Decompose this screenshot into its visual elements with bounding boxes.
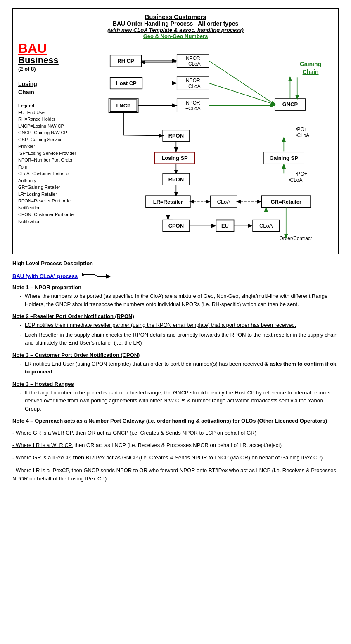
note3a-subtitle: Customer Port Order Notification (CPON)	[35, 352, 140, 358]
svg-text:Host CP: Host CP	[116, 80, 137, 86]
para1-rest: then OR act as GNCP (i.e. Creates & Send…	[74, 430, 256, 436]
svg-line-24	[209, 61, 275, 105]
bau-process-label: BAU (with CLoA) process	[12, 273, 78, 279]
legend-title: Legend	[18, 103, 80, 108]
para1-underline: - Where GR is a WLR CP,	[12, 430, 74, 436]
para2-rest: then OR act as LNCP (i.e. Receives & Pro…	[73, 442, 282, 448]
svg-text:+CLoA: +CLoA	[185, 106, 201, 112]
svg-text:•CLoA: •CLoA	[288, 177, 302, 183]
note4-subtitle: Openreach acts as a Number Port Gateway …	[35, 418, 327, 424]
bau-label: BAU	[18, 42, 80, 55]
diagram-content: BAU Business (2 of 8) LosingChain Legend…	[18, 42, 333, 248]
legend-gsp: GSP=Gaining Service Provider	[18, 136, 80, 150]
legend-cpon: CPON=Customer Port order Notification	[18, 211, 80, 225]
note3a-section: Note 3 – Customer Port Order Notificatio…	[12, 352, 339, 376]
note2-subtitle: Reseller Port Order Notification (RPON)	[33, 313, 134, 319]
svg-text:LR=Retailer: LR=Retailer	[153, 199, 183, 205]
svg-text:CPON: CPON	[168, 223, 184, 229]
svg-text:CLoA: CLoA	[217, 199, 231, 205]
title-bau-order: BAU Order Handling Process - All order t…	[18, 20, 333, 27]
page-label: (2 of 8)	[18, 66, 80, 72]
legend-eu: EU=End User	[18, 109, 80, 116]
note1-bullets: Where the numbers to be ported (as speci…	[20, 292, 339, 308]
note3a-bullet-1: LR notifies End User (using CPON templat…	[20, 360, 339, 376]
bau-process-row: BAU (with CLoA) process	[12, 271, 339, 281]
para4: - Where LR is a IPexCP, then GNCP sends …	[12, 466, 339, 483]
note1-label: Note 1	[12, 284, 29, 290]
note3b-section: Note 3 – Hosted Ranges If the target num…	[12, 381, 339, 413]
note3b-dash: –	[29, 381, 35, 387]
high-level-section: High Level Process Description	[12, 260, 339, 266]
left-panel: BAU Business (2 of 8) LosingChain Legend…	[18, 42, 80, 248]
svg-text:Gaining SP: Gaining SP	[270, 155, 298, 161]
legend-lr: LR=Losing Retailer	[18, 191, 80, 198]
high-level-title: High Level Process Description	[12, 260, 339, 266]
note3a-label: Note 3	[12, 352, 29, 358]
svg-text:GNCP: GNCP	[282, 101, 298, 107]
legend-gncp: GNCP=Gaining N/W CP	[18, 129, 80, 136]
para3: - Where GR is a IPexCP, then BT/IPex act…	[12, 454, 339, 462]
note4-label: Note 4	[12, 418, 29, 424]
svg-text:Chain: Chain	[303, 69, 319, 75]
svg-text:•PO+: •PO+	[295, 126, 307, 132]
legend-rh: RH=Range Holder	[18, 116, 80, 123]
note3b-title: Note 3 – Hosted Ranges	[12, 381, 339, 387]
title-geo-non-geo: Geo & Non-Geo Numbers	[18, 33, 333, 39]
note1-subtitle: NPOR preparation	[35, 284, 81, 290]
note1-title: Note 1 – NPOR preparation	[12, 284, 339, 290]
svg-text:NPOR: NPOR	[186, 55, 200, 61]
para3-underline: - Where GR is a IPexCP,	[12, 454, 71, 461]
svg-text:RH CP: RH CP	[117, 58, 134, 64]
svg-text:EU: EU	[221, 223, 229, 229]
title-cloa-template: (with new CLoA Template & assoc. handlin…	[18, 27, 333, 33]
note3b-bullets: If the target number to be ported is par…	[20, 389, 339, 413]
note4-dash: –	[29, 418, 35, 424]
note2-bullets: LCP notifies their immediate reseller pa…	[20, 321, 339, 347]
note1-section: Note 1 – NPOR preparation Where the numb…	[12, 284, 339, 308]
svg-text:•CLoA: •CLoA	[295, 133, 309, 138]
svg-text:Order/Contract: Order/Contract	[280, 235, 312, 241]
svg-text:Gaining: Gaining	[300, 61, 321, 67]
diagram-svg: RH CP Host CP LNCP NPOR +CLoA NPOR +CLoA	[83, 42, 333, 247]
para1: - Where GR is a WLR CP, then OR act as G…	[12, 429, 339, 437]
note3a-bullets: LR notifies End User (using CPON templat…	[20, 360, 339, 376]
losing-chain-label: LosingChain	[18, 80, 80, 96]
title-business-customers: Business Customers	[18, 13, 333, 20]
svg-text:GR=Retailer: GR=Retailer	[271, 199, 301, 205]
svg-text:+CLoA: +CLoA	[185, 61, 201, 67]
diagram-box: Business Customers BAU Order Handling Pr…	[12, 8, 339, 254]
note2-bullet-1: LCP notifies their immediate reseller pa…	[20, 321, 339, 329]
diagram-header: Business Customers BAU Order Handling Pr…	[18, 13, 333, 39]
para2: - Where LR is a WLR CP, then OR act as L…	[12, 441, 339, 449]
svg-line-32	[123, 135, 163, 135]
note2-label: Note 2	[12, 313, 29, 319]
note2-section: Note 2 –Reseller Port Order Notification…	[12, 313, 339, 347]
legend-isp: ISP=Losing Service Provider	[18, 150, 80, 157]
svg-text:RPON: RPON	[168, 133, 184, 139]
para2-underline: - Where LR is a WLR CP,	[12, 442, 73, 448]
legend-gr: GR=Gaining Retailer	[18, 184, 80, 191]
business-label: Business	[18, 55, 80, 66]
legend-cloa: CLoA=Customer Letter of Authority	[18, 170, 80, 184]
svg-text:•PO+: •PO+	[295, 171, 307, 177]
svg-text:Losing SP: Losing SP	[161, 155, 188, 161]
note2-bullet-2: Each Reseller in the supply chain checks…	[20, 331, 339, 347]
svg-line-25	[209, 83, 275, 105]
note4-section: Note 4 – Openreach acts as a Number Port…	[12, 418, 339, 424]
note2-title: Note 2 –Reseller Port Order Notification…	[12, 313, 339, 319]
bau-process-arrows	[82, 271, 111, 281]
note3b-label: Note 3	[12, 381, 29, 387]
para3-rest: BT/IPex act as GNCP (i.e. Creates & Send…	[84, 454, 323, 461]
note1-dash: –	[29, 284, 35, 290]
svg-text:LNCP: LNCP	[116, 102, 131, 109]
right-panel: RH CP Host CP LNCP NPOR +CLoA NPOR +CLoA	[83, 42, 333, 248]
svg-text:RPON: RPON	[168, 176, 184, 183]
note3a-title: Note 3 – Customer Port Order Notificatio…	[12, 352, 339, 358]
svg-text:CLoA: CLoA	[259, 223, 273, 229]
note3b-subtitle: Hosted Ranges	[35, 381, 74, 387]
note4-title: Note 4 – Openreach acts as a Number Port…	[12, 418, 339, 424]
svg-text:+CLoA: +CLoA	[185, 83, 201, 89]
legend-rpon: RPON=Reseller Port order Notification	[18, 197, 80, 211]
note3a-dash: –	[29, 352, 35, 358]
legend-npor: NPOR=Number Port Order Form	[18, 157, 80, 170]
